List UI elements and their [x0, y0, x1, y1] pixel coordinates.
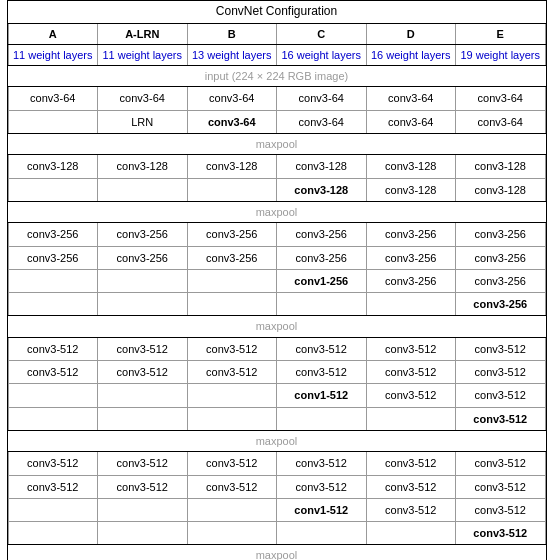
g3r4c3: [187, 293, 277, 316]
weight-layers-row: 11 weight layers 11 weight layers 13 wei…: [8, 44, 545, 65]
maxpool-row-4: maxpool: [8, 430, 545, 451]
g5r1c1: conv3-512: [8, 452, 98, 475]
maxpool-row-5: maxpool: [8, 545, 545, 560]
g1r2c5: conv3-64: [366, 110, 456, 133]
g5r1c3: conv3-512: [187, 452, 277, 475]
g3r2c1: conv3-256: [8, 246, 98, 269]
table-title: ConvNet Configuration: [8, 1, 545, 23]
maxpool-label-4: maxpool: [8, 430, 545, 451]
g4r3c1: [8, 384, 98, 407]
weight-a: 11 weight layers: [8, 44, 98, 65]
group1-row2: LRN conv3-64 conv3-64 conv3-64 conv3-64: [8, 110, 545, 133]
g5r3c1: [8, 498, 98, 521]
group4-row4: conv3-512: [8, 407, 545, 430]
g3r3c3: [187, 269, 277, 292]
g3r1c2: conv3-256: [98, 223, 188, 246]
g3r1c4: conv3-256: [277, 223, 367, 246]
g4r4c4: [277, 407, 367, 430]
g4r2c5: conv3-512: [366, 361, 456, 384]
g4r1c2: conv3-512: [98, 337, 188, 360]
g2r1c1: conv3-128: [8, 155, 98, 178]
g5r4c6: conv3-512: [456, 522, 546, 545]
group5-row3: conv1-512 conv3-512 conv3-512: [8, 498, 545, 521]
g4r4c5: [366, 407, 456, 430]
convnet-config-table: ConvNet Configuration A A-LRN B C D E 11…: [7, 0, 547, 560]
g5r3c5: conv3-512: [366, 498, 456, 521]
maxpool-label-5: maxpool: [8, 545, 545, 560]
group5-row2: conv3-512 conv3-512 conv3-512 conv3-512 …: [8, 475, 545, 498]
g5r4c2: [98, 522, 188, 545]
g5r3c6: conv3-512: [456, 498, 546, 521]
g1r1c3: conv3-64: [187, 87, 277, 110]
g3r2c3: conv3-256: [187, 246, 277, 269]
maxpool-label-1: maxpool: [8, 134, 545, 155]
g4r1c1: conv3-512: [8, 337, 98, 360]
g3r1c5: conv3-256: [366, 223, 456, 246]
g4r2c3: conv3-512: [187, 361, 277, 384]
g2r1c2: conv3-128: [98, 155, 188, 178]
maxpool-label-2: maxpool: [8, 201, 545, 222]
g2r1c3: conv3-128: [187, 155, 277, 178]
g1r1c2: conv3-64: [98, 87, 188, 110]
g4r4c3: [187, 407, 277, 430]
g3r2c6: conv3-256: [456, 246, 546, 269]
g2r1c4: conv3-128: [277, 155, 367, 178]
g5r2c6: conv3-512: [456, 475, 546, 498]
g1r1c6: conv3-64: [456, 87, 546, 110]
g3r1c1: conv3-256: [8, 223, 98, 246]
g5r1c5: conv3-512: [366, 452, 456, 475]
g5r2c4: conv3-512: [277, 475, 367, 498]
g3r2c4: conv3-256: [277, 246, 367, 269]
g3r3c4: conv1-256: [277, 269, 367, 292]
g3r3c1: [8, 269, 98, 292]
g5r4c1: [8, 522, 98, 545]
group3-row1: conv3-256 conv3-256 conv3-256 conv3-256 …: [8, 223, 545, 246]
g4r2c1: conv3-512: [8, 361, 98, 384]
header-row: A A-LRN B C D E: [8, 23, 545, 44]
g3r4c1: [8, 293, 98, 316]
g3r3c2: [98, 269, 188, 292]
g5r1c2: conv3-512: [98, 452, 188, 475]
g2r1c5: conv3-128: [366, 155, 456, 178]
g4r3c4: conv1-512: [277, 384, 367, 407]
g4r3c3: [187, 384, 277, 407]
g5r1c4: conv3-512: [277, 452, 367, 475]
g1r2c3: conv3-64: [187, 110, 277, 133]
col-header-e: E: [456, 23, 546, 44]
g1r2c6: conv3-64: [456, 110, 546, 133]
g2r2c3: [187, 178, 277, 201]
weight-c: 16 weight layers: [277, 44, 367, 65]
maxpool-row-3: maxpool: [8, 316, 545, 337]
g1r2c4: conv3-64: [277, 110, 367, 133]
g5r3c4: conv1-512: [277, 498, 367, 521]
col-header-a: A: [8, 23, 98, 44]
g5r2c2: conv3-512: [98, 475, 188, 498]
g3r2c5: conv3-256: [366, 246, 456, 269]
g4r3c2: [98, 384, 188, 407]
col-header-d: D: [366, 23, 456, 44]
g3r3c6: conv3-256: [456, 269, 546, 292]
g3r2c2: conv3-256: [98, 246, 188, 269]
maxpool-label-3: maxpool: [8, 316, 545, 337]
g2r2c5: conv3-128: [366, 178, 456, 201]
g4r4c6: conv3-512: [456, 407, 546, 430]
weight-d: 16 weight layers: [366, 44, 456, 65]
group2-row2: conv3-128 conv3-128 conv3-128: [8, 178, 545, 201]
g3r4c5: [366, 293, 456, 316]
maxpool-row-2: maxpool: [8, 201, 545, 222]
col-header-c: C: [277, 23, 367, 44]
g3r3c5: conv3-256: [366, 269, 456, 292]
g5r1c6: conv3-512: [456, 452, 546, 475]
g5r3c3: [187, 498, 277, 521]
g3r1c6: conv3-256: [456, 223, 546, 246]
group1-row1: conv3-64 conv3-64 conv3-64 conv3-64 conv…: [8, 87, 545, 110]
g5r2c1: conv3-512: [8, 475, 98, 498]
g4r2c6: conv3-512: [456, 361, 546, 384]
weight-alrn: 11 weight layers: [98, 44, 188, 65]
g2r2c6: conv3-128: [456, 178, 546, 201]
g1r1c1: conv3-64: [8, 87, 98, 110]
input-label: input (224 × 224 RGB image): [8, 66, 545, 87]
g5r2c5: conv3-512: [366, 475, 456, 498]
g4r2c2: conv3-512: [98, 361, 188, 384]
g2r1c6: conv3-128: [456, 155, 546, 178]
